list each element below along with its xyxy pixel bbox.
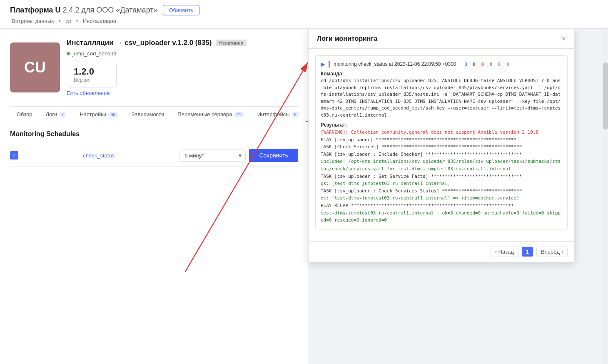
log-output-line: TASK [csv_uploader : Check Services Stat… (321, 187, 562, 195)
play-icon: ▶ (321, 61, 325, 67)
page-header: Платформа U 2.4.2 для ООО «Датамарт» Обн… (0, 0, 608, 29)
log-panel-footer: ‹ Назад 1 Вперёд › (309, 241, 574, 262)
tab-settings-badge: 66 (108, 112, 118, 117)
log-counters: 3 0 0 0 0 0 (463, 61, 511, 67)
prev-page-button[interactable]: ‹ Назад (491, 247, 518, 257)
interval-selector: 5 минут 1 минута 10 минут 30 минут 1 час… (179, 149, 298, 162)
current-page: 1 (522, 247, 533, 257)
tab-logs-badge: 7 (59, 112, 66, 117)
close-button[interactable]: × (561, 35, 566, 42)
log-panel-body[interactable]: ▶ monitoring check_status at 2023-12-06 … (309, 49, 574, 241)
log-output-line: PLAY [csv_uploader] ********************… (321, 136, 562, 144)
tab-settings[interactable]: Настройки 66 (73, 107, 125, 122)
result-label: Результат: (321, 122, 562, 128)
counter-0b: 0 (480, 61, 486, 67)
command-label: Команда: (321, 71, 562, 77)
schedule-row: ✓ check_status 5 минут 1 минута 10 минут… (10, 145, 298, 167)
tab-logs[interactable]: Логи 7 (39, 107, 73, 122)
installation-header: CU Инсталляции → csv_uploader v.1.2.0 (8… (10, 39, 298, 96)
version-number: 1.2.0 (74, 66, 110, 77)
tab-env-badge: 21 (234, 112, 244, 117)
log-output-line: PLAY RECAP *****************************… (321, 202, 562, 209)
next-page-button[interactable]: Вперёд › (536, 247, 568, 257)
tab-interfaces-badge: 6 (292, 112, 299, 117)
title-bold: Платформа U (10, 6, 61, 14)
log-panel-header: Логи мониторинга × (309, 29, 574, 49)
server-info: jump_cod_second (67, 50, 298, 57)
update-link[interactable]: Есть обновление (67, 90, 298, 96)
left-panel: CU Инсталляции → csv_uploader v.1.2.0 (8… (0, 29, 308, 364)
log-output-line: TASK [Check Services] ******************… (321, 143, 562, 151)
counter-0c: 0 (488, 61, 494, 67)
log-output-line: test-dtms-jumptest03.ru-central1.interna… (321, 209, 562, 224)
tab-interfaces[interactable]: Интерфейсы 6 (251, 107, 306, 122)
log-output: [WARNING]: Collection community.general … (321, 129, 562, 224)
monitoring-title: Monitoring Schedules (10, 130, 298, 138)
save-button[interactable]: Сохранить (249, 149, 298, 162)
log-command: cd /opt/dms-installations/csv_uploader_8… (321, 77, 562, 119)
installation-info: Инсталляции → csv_uploader v.1.2.0 (835)… (67, 39, 298, 96)
log-timestamp: monitoring check_status at 2023-12-06 22… (334, 61, 456, 67)
log-panel-title: Логи мониторинга (317, 35, 377, 42)
counter-0d: 0 (496, 61, 502, 67)
schedule-name[interactable]: check_status (25, 152, 172, 159)
log-entry: ▶ monitoring check_status at 2023-12-06 … (315, 55, 568, 229)
counter-0a: 0 (471, 61, 477, 67)
version-box: 1.2.0 Версия (67, 62, 117, 87)
log-panel: Логи мониторинга × ▶ monitoring check_st… (308, 29, 575, 262)
monitoring-section: Monitoring Schedules ✓ check_status 5 ми… (10, 122, 298, 175)
avatar: CU (10, 42, 60, 92)
counter-0e: 0 (505, 61, 511, 67)
scrollbar-thumb[interactable] (603, 62, 608, 130)
log-output-line: [WARNING]: Collection community.general … (321, 129, 562, 136)
tabs-nav: Обзор Логи 7 Настройки 66 Зависимости Пе… (10, 106, 298, 122)
interval-select-wrapper: 5 минут 1 минута 10 минут 30 минут 1 час (179, 150, 246, 162)
tab-dependencies[interactable]: Зависимости (125, 107, 171, 122)
schedule-checkbox[interactable]: ✓ (10, 151, 18, 160)
page-title: Платформа U 2.4.2 для ООО «Датамарт» (10, 6, 158, 15)
installation-title: Инсталляции → csv_uploader v.1.2.0 (835)… (67, 39, 298, 47)
log-output-line: included: /opt/dms-installations/csv_upl… (321, 158, 562, 172)
breadcrumb: Витрины данных • ср • Инсталляции (10, 18, 598, 24)
log-entry-header: ▶ monitoring check_status at 2023-12-06 … (321, 61, 562, 67)
status-dot (67, 52, 70, 55)
log-output-line: ok: [test-dtms-jumptest03.ru-central1.in… (321, 194, 562, 202)
pause-bar (329, 61, 330, 67)
status-badge: Неактивно (216, 40, 247, 46)
update-button[interactable]: Обновить (163, 5, 200, 15)
counter-3: 3 (463, 61, 469, 67)
tab-env-vars[interactable]: Переменные сервера 21 (171, 107, 250, 122)
scrollbar[interactable] (603, 29, 608, 364)
log-output-line: ok: [test-dtms-jumptest03.ru-central1.in… (321, 180, 562, 187)
tab-overview[interactable]: Обзор (10, 107, 39, 122)
log-output-line: TASK [csv_uploader : Set Service Facts] … (321, 173, 562, 180)
log-output-line: TASK [csv_uploader : Include Checker] **… (321, 151, 562, 158)
interval-select[interactable]: 5 минут 1 минута 10 минут 30 минут 1 час (179, 150, 246, 162)
title-light: 2.4.2 для ООО «Датамарт» (63, 6, 158, 14)
version-label: Версия (74, 77, 110, 83)
